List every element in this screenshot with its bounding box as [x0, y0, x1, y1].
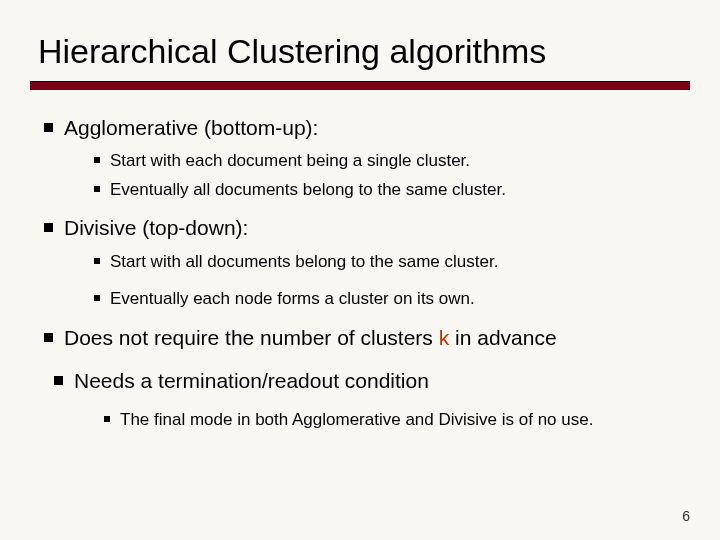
sub-list: The final mode in both Agglomerative and… [74, 409, 684, 432]
slide-title: Hierarchical Clustering algorithms [38, 32, 690, 71]
sub-item: Start with each document being a single … [92, 150, 684, 173]
bullet-item: Does not require the number of clusters … [36, 324, 684, 352]
bullet-text: Divisive (top-down): [64, 216, 248, 239]
slide: Hierarchical Clustering algorithms Agglo… [0, 0, 720, 540]
bullet-text-pre: Does not require the number of clusters [64, 326, 439, 349]
bullet-text: Needs a termination/readout condition [74, 369, 429, 392]
bullet-text: Agglomerative (bottom-up): [64, 116, 318, 139]
sub-item: Start with all documents belong to the s… [92, 251, 684, 274]
page-number: 6 [682, 508, 690, 524]
bullet-item: Divisive (top-down): Start with all docu… [36, 214, 684, 310]
bullet-list: Agglomerative (bottom-up): Start with ea… [30, 114, 690, 432]
sub-list: Start with each document being a single … [64, 150, 684, 202]
title-rule [30, 81, 690, 90]
sub-item: Eventually all documents belong to the s… [92, 179, 684, 202]
sub-list: Start with all documents belong to the s… [64, 251, 684, 311]
bullet-text-post: in advance [449, 326, 556, 349]
sub-item: Eventually each node forms a cluster on … [92, 288, 684, 311]
sub-item: The final mode in both Agglomerative and… [102, 409, 684, 432]
variable-k: k [439, 326, 450, 349]
bullet-item: Agglomerative (bottom-up): Start with ea… [36, 114, 684, 202]
bullet-item: Needs a termination/readout condition Th… [46, 367, 684, 432]
